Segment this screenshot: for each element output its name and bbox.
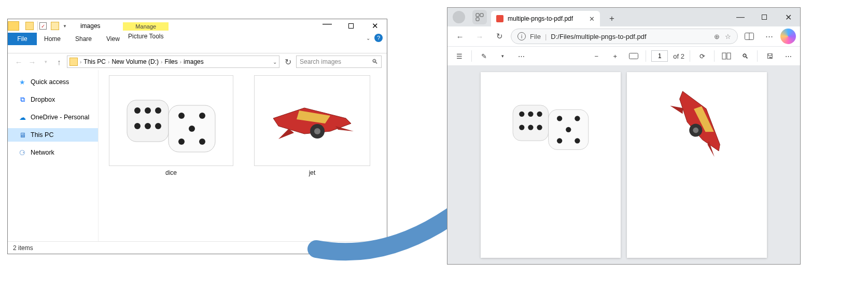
minimize-button[interactable]: — [315,19,339,33]
svg-rect-0 [127,100,169,142]
svg-rect-21 [722,53,726,59]
dropbox-icon: ⧉ [18,95,26,104]
copilot-icon[interactable] [780,29,796,44]
url-scheme: File [530,33,541,40]
settings-menu-icon[interactable]: ⋯ [761,28,777,45]
file-item-dice[interactable]: dice [109,75,233,176]
pdf-page-input[interactable] [651,50,668,62]
nav-back-icon[interactable]: ← [13,58,24,66]
svg-point-35 [575,138,580,143]
explorer-sidebar: ★Quick access ⧉Dropbox ☁OneDrive - Perso… [8,70,99,241]
svg-rect-16 [480,13,483,17]
ribbon-collapse-icon[interactable]: ⌄ [366,35,370,41]
browser-toolbar: ← → ↻ i File | D:/Files/multiple-pngs-to… [447,26,800,46]
split-screen-icon[interactable] [741,28,758,45]
pdf-rotate-icon[interactable]: ⟳ [695,49,709,63]
sidebar-item-onedrive[interactable]: ☁OneDrive - Personal [8,111,98,124]
sidebar-item-thispc[interactable]: 🖥This PC [8,128,98,142]
svg-point-9 [199,113,205,119]
svg-point-24 [519,112,524,117]
refresh-icon[interactable]: ↻ [491,28,508,45]
pdf-draw-dropdown-icon[interactable]: ▾ [496,49,509,63]
help-icon[interactable]: ? [374,34,383,42]
svg-point-4 [134,123,141,129]
qat-customize-icon[interactable]: ▼ [63,24,67,29]
file-item-jet[interactable]: jet [254,75,370,176]
sidebar-item-dropbox[interactable]: ⧉Dropbox [8,93,98,106]
star-icon: ★ [18,78,26,86]
pdf-zoom-out-icon[interactable]: − [590,49,603,63]
profile-icon[interactable] [453,11,465,23]
pdf-pageview-icon[interactable] [720,49,733,63]
zoom-indicator-icon[interactable]: ⊕ [714,33,720,40]
workspaces-icon[interactable] [472,10,487,24]
close-button[interactable]: ✕ [363,19,387,33]
breadcrumb-dropdown-icon[interactable]: ⌄ [273,59,277,65]
pdf-contents-icon[interactable]: ☰ [453,49,466,63]
explorer-titlebar: ✓ ▼ images — ✕ [8,19,387,33]
address-bar[interactable]: i File | D:/Files/multiple-pngs-to-pdf.p… [511,29,738,44]
breadcrumb-item[interactable]: images [184,58,204,65]
browser-window: multiple-pngs-to-pdf.pdf ✕ + — ✕ ← → ↻ i… [447,7,801,265]
pdf-draw-icon[interactable]: ✎ [477,49,491,63]
svg-point-31 [557,116,562,121]
nav-forward-icon[interactable]: → [471,28,488,45]
breadcrumb-item[interactable]: New Volume (D:) [111,58,159,65]
pdf-more-icon[interactable]: ⋯ [514,49,528,63]
maximize-button[interactable] [752,8,776,26]
qat-folder-icon[interactable] [25,22,34,30]
favorite-icon[interactable]: ☆ [725,33,731,40]
explorer-navbar: ← → ▾ ↑ › This PC› New Volume (D:)› File… [8,53,387,70]
svg-point-26 [537,112,542,117]
svg-point-34 [557,138,562,143]
refresh-icon[interactable]: ↻ [282,57,294,67]
svg-point-6 [155,123,161,129]
jet-image [653,81,741,180]
pdf-settings-icon[interactable]: ⋯ [781,49,795,63]
pdf-fit-icon[interactable] [627,49,640,63]
pdf-viewport[interactable] [447,66,800,264]
search-input[interactable]: Search images 🔍︎ [296,56,382,68]
svg-rect-15 [476,13,479,17]
new-tab-button[interactable]: + [604,11,620,26]
pdf-page-2 [627,72,767,258]
tab-close-icon[interactable]: ✕ [589,15,595,23]
nav-up-icon[interactable]: ↑ [53,58,65,66]
breadcrumb[interactable]: › This PC› New Volume (D:)› Files› image… [67,56,279,68]
pdf-save-icon[interactable]: 🖫 [763,49,776,63]
nav-recent-icon[interactable]: ▾ [40,59,51,64]
ribbon-share-tab[interactable]: Share [68,33,99,45]
nav-back-icon[interactable]: ← [452,28,468,45]
explorer-content[interactable]: dice jet [99,70,387,241]
svg-point-14 [314,128,320,134]
close-button[interactable]: ✕ [776,8,800,26]
breadcrumb-item[interactable]: Files [164,58,177,65]
minimize-button[interactable]: — [729,8,752,26]
pdf-find-icon[interactable]: 🔍︎ [738,49,752,63]
maximize-button[interactable] [339,19,363,33]
app-folder-icon [8,21,19,31]
qat-newfolder-icon[interactable] [51,22,59,30]
svg-rect-17 [476,18,479,21]
view-thumbnails-icon[interactable]: ▦ [371,244,382,252]
pdf-zoom-in-icon[interactable]: + [608,49,622,63]
browser-tab[interactable]: multiple-pngs-to-pdf.pdf ✕ [491,11,600,26]
nav-forward-icon[interactable]: → [26,58,38,66]
view-details-icon[interactable]: ≡ [359,244,369,252]
file-name: jet [309,169,316,176]
svg-point-33 [566,127,571,132]
sidebar-item-network[interactable]: ⚆Network [8,146,98,159]
ribbon-picture-tools-tab[interactable]: Picture Tools [123,31,169,42]
file-explorer-window: ✓ ▼ images — ✕ File Home Share View Mana… [7,19,387,254]
explorer-ribbon: File Home Share View Manage Picture Tool… [8,33,387,53]
breadcrumb-item[interactable]: This PC [83,58,106,65]
ribbon-file-tab[interactable]: File [8,33,37,45]
site-info-icon[interactable]: i [517,32,526,40]
sidebar-item-quickaccess[interactable]: ★Quick access [8,75,98,89]
sidebar-item-label: This PC [31,131,53,139]
svg-point-12 [199,139,205,145]
ribbon-home-tab[interactable]: Home [37,33,68,45]
svg-point-2 [145,107,151,114]
qat-props-icon[interactable]: ✓ [39,22,47,30]
window-title: images [80,22,101,30]
